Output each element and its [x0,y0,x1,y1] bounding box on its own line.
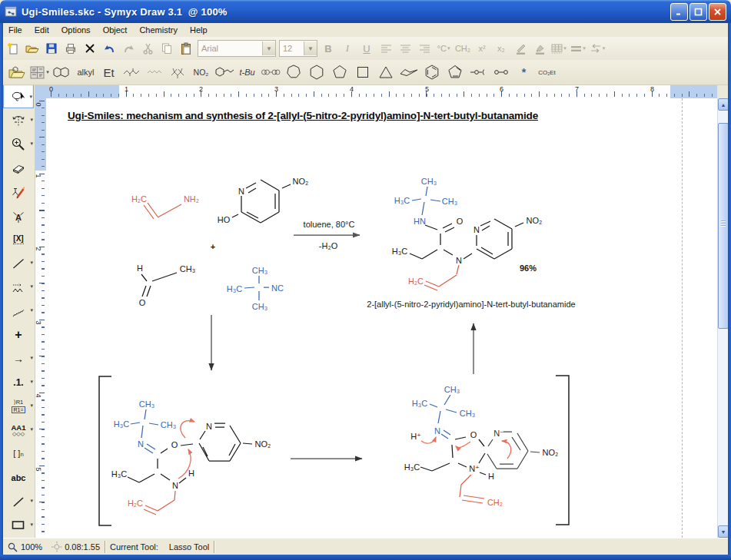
template-benzene-button[interactable] [421,62,442,83]
template-bicyclic-button[interactable] [52,62,73,83]
template-cyclopentadiene-button[interactable] [444,62,465,83]
line-tool-button[interactable]: ▾ [3,489,34,513]
template-grid-dropdown-icon[interactable]: ▾ [46,69,49,75]
menu-edit[interactable]: Edit [28,25,55,35]
hash-dropdown-icon[interactable]: ▾ [30,307,33,313]
rgroup-tool-button[interactable]: ⟩R1 R1= ▾ [3,394,34,418]
template-cyclohexane-button[interactable] [306,62,327,83]
draw-structure-tool-button[interactable] [3,180,34,204]
template-library-button[interactable] [6,62,27,83]
chain-dropdown-icon[interactable]: ▾ [30,283,33,290]
print-button[interactable] [61,39,80,58]
highlight-color-button[interactable] [530,39,549,58]
open-button[interactable] [23,39,42,58]
rotate-tool-button[interactable]: ▾ [3,108,34,132]
text-color-button[interactable] [511,39,530,58]
maximize-button[interactable] [689,3,707,21]
horizontal-ruler[interactable]: 0 1 2 3 4 5 6 7 8 [35,84,719,98]
template-longchain-button[interactable] [260,62,281,83]
template-star-button[interactable]: * [513,62,534,83]
lasso-dropdown-icon[interactable]: ▾ [29,94,32,100]
vertical-ruler[interactable]: 0 1 2 3 4 5 [35,98,46,538]
number-dropdown-icon[interactable]: ▾ [30,379,33,385]
font-size-dropdown-icon[interactable]: ▼ [304,41,317,55]
atom-tool-button[interactable]: A [3,204,34,227]
align-center-button[interactable] [396,39,414,58]
rgroup-dropdown-icon[interactable]: ▾ [30,403,33,409]
line-style-button[interactable]: ▾ [569,39,587,58]
menu-object[interactable]: Object [97,25,134,35]
arrow-style-button[interactable]: ▾ [588,39,606,58]
menu-chemistry[interactable]: Chemistry [133,25,184,35]
superscript-button[interactable]: x² [473,39,491,58]
template-branched-button[interactable] [168,62,188,83]
template-cyclopentane-button[interactable] [329,62,350,83]
undo-button[interactable] [100,39,118,58]
close-button[interactable] [709,3,726,21]
menu-help[interactable]: Help [184,25,214,35]
template-chair-button[interactable] [398,62,419,83]
eraser-tool-button[interactable] [3,156,34,180]
template-no2-button[interactable]: NO₂ [191,62,211,83]
arrow-tool-button[interactable]: → ▾ [3,346,34,370]
scrollbar-thumb[interactable] [718,123,729,329]
redo-button[interactable] [119,39,138,58]
abbreviation-tool-button[interactable]: [X] [3,227,34,251]
zoom-tool-button[interactable]: ▾ [3,132,34,156]
text-tool-button[interactable]: abc [3,466,34,489]
save-button[interactable] [42,39,61,58]
template-peroxide-button[interactable] [490,62,511,83]
minimize-button[interactable] [670,3,688,21]
copy-button[interactable] [158,39,176,58]
sequence-dropdown-icon[interactable]: ▾ [30,426,33,432]
chain-tool-button[interactable]: ▾ [3,275,34,299]
bond-dropdown-icon[interactable]: ▾ [30,260,33,266]
bond-tool-button[interactable]: ▾ [3,251,34,275]
line-style-dropdown-icon[interactable]: ▾ [583,45,586,51]
rectangle-tool-button[interactable]: ▾ [3,513,34,537]
table-button[interactable]: ▾ [550,39,568,58]
template-cyclobutane-button[interactable] [352,62,373,83]
template-cyclopropane-button[interactable] [375,62,396,83]
number-tool-button[interactable]: .1. ▾ [3,370,34,394]
menu-options[interactable]: Options [55,25,97,35]
scroll-up-button[interactable]: ▲ [718,98,729,111]
template-chain-tiny-button[interactable] [145,62,165,83]
arrow-style-dropdown-icon[interactable]: ▾ [603,45,606,51]
plus-tool-button[interactable]: + [3,323,34,346]
template-ring-chain-button[interactable] [214,62,234,83]
delete-button[interactable] [81,39,99,58]
font-size-select[interactable]: 12 ▼ [279,40,317,57]
rotate-dropdown-icon[interactable]: ▾ [30,117,33,123]
menu-file[interactable]: File [2,25,28,35]
align-right-button[interactable] [415,39,434,58]
underline-button[interactable]: U [357,39,376,58]
bracket-tool-button[interactable]: [ ]ₙ [3,442,34,466]
scroll-down-button[interactable]: ▼ [718,525,729,538]
new-document-button[interactable] [4,39,22,58]
template-tbu-button[interactable]: t-Bu [237,62,258,83]
sequence-tool-button[interactable]: AA1 ◇◇◇ ▾ [3,418,34,442]
lasso-tool-button[interactable]: ▾ [3,84,34,108]
degree-symbol-button[interactable]: °C▾ [434,39,453,58]
template-et-button[interactable]: Et [98,62,119,83]
template-chain-small-button[interactable] [121,62,142,83]
table-dropdown-icon[interactable]: ▾ [563,45,567,51]
line-dropdown-icon[interactable]: ▾ [30,498,33,504]
font-family-dropdown-icon[interactable]: ▼ [262,41,275,55]
degree-dropdown-icon[interactable]: ▾ [447,45,450,51]
paste-button[interactable] [177,39,195,58]
multiple-group-tool-button[interactable]: ▾ [3,299,34,323]
subscript-button[interactable]: x₂ [492,39,510,58]
vertical-scrollbar[interactable]: ▲ ▼ [717,98,729,538]
title-bar[interactable]: Ugi-Smiles.skc - Symyx Draw 3.1 @ 100% [0,0,731,23]
italic-button[interactable]: I [338,39,357,58]
rectangle-dropdown-icon[interactable]: ▾ [30,522,33,528]
template-grid-button[interactable]: ▾ [29,62,50,83]
font-family-select[interactable]: Arial ▼ [198,40,276,57]
template-cycloheptane-button[interactable] [283,62,304,83]
cut-button[interactable] [138,39,157,58]
zoom-dropdown-icon[interactable]: ▾ [30,141,33,147]
template-alkyl-button[interactable]: alkyl [75,62,96,83]
template-ether-button[interactable] [467,62,488,83]
